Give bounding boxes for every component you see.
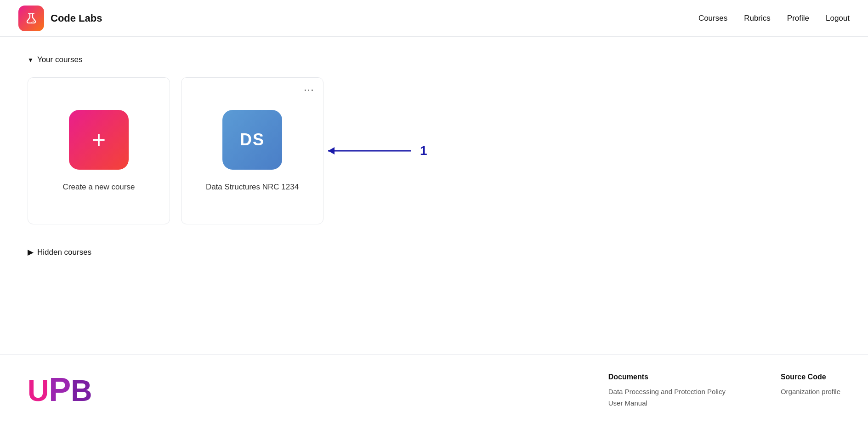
footer-logo-text: UPB [28, 373, 92, 406]
footer-link-org-profile[interactable]: Organization profile [781, 388, 840, 395]
add-icon-wrap: + [69, 110, 129, 170]
documents-heading: Documents [608, 373, 726, 381]
nav-courses[interactable]: Courses [698, 14, 727, 23]
hidden-courses-arrow: ▶ [28, 247, 34, 257]
footer-documents-col: Documents Data Processing and Protection… [608, 373, 726, 411]
ds-course-label: Data Structures NRC 1234 [206, 183, 299, 192]
footer: UPB Documents Data Processing and Protec… [0, 354, 868, 429]
svg-rect-0 [24, 11, 39, 26]
hidden-courses-label: Hidden courses [37, 248, 91, 257]
ds-abbreviation: DS [240, 130, 265, 149]
add-course-card[interactable]: + Create a new course [28, 77, 170, 224]
svg-marker-4 [328, 147, 335, 154]
logo-b: B [71, 374, 92, 407]
navbar: Code Labs Courses Rubrics Profile Logout [0, 0, 868, 37]
main-content: ▼ Your courses + Create a new course ⋮ D… [0, 37, 868, 354]
logo-u: U [28, 374, 49, 407]
hidden-courses-header[interactable]: ▶ Hidden courses [28, 247, 840, 257]
footer-link-data-policy[interactable]: Data Processing and Protection Policy [608, 388, 726, 395]
svg-point-2 [31, 22, 32, 23]
footer-source-code-col: Source Code Organization profile [781, 373, 840, 411]
source-code-heading: Source Code [781, 373, 840, 381]
svg-point-1 [33, 20, 34, 21]
footer-logo: UPB [28, 373, 92, 406]
plus-icon: + [92, 128, 106, 152]
nav-profile[interactable]: Profile [787, 14, 809, 23]
courses-grid: + Create a new course ⋮ DS Data Structur… [28, 77, 323, 224]
ds-icon: DS [222, 110, 282, 170]
nav-rubrics[interactable]: Rubrics [744, 14, 771, 23]
add-course-label: Create a new course [63, 183, 135, 192]
brand: Code Labs [18, 6, 102, 31]
your-courses-arrow: ▼ [28, 57, 34, 63]
nav-links: Courses Rubrics Profile Logout [698, 14, 850, 23]
more-options-icon[interactable]: ⋮ [304, 85, 314, 96]
ds-course-card[interactable]: ⋮ DS Data Structures NRC 1234 [181, 77, 323, 224]
annotation-arrow: 1 [323, 143, 427, 159]
nav-logout[interactable]: Logout [826, 14, 850, 23]
annotation-number: 1 [420, 143, 427, 158]
footer-link-user-manual[interactable]: User Manual [608, 399, 726, 407]
footer-columns: Documents Data Processing and Protection… [608, 373, 840, 411]
logo-p: P [49, 371, 71, 408]
your-courses-label: Your courses [37, 55, 83, 64]
brand-name: Code Labs [51, 12, 102, 24]
your-courses-header[interactable]: ▼ Your courses [28, 55, 840, 64]
brand-logo [18, 6, 44, 31]
